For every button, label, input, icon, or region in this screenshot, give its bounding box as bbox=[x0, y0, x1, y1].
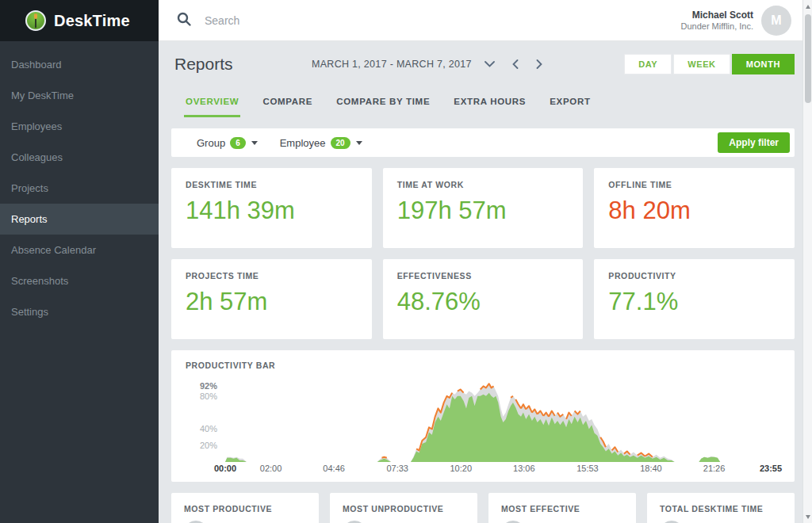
brand-logo[interactable]: DeskTime bbox=[0, 0, 159, 41]
stat-value: 8h 20m bbox=[608, 197, 780, 225]
employee-filter-dropdown[interactable]: Employee 20 bbox=[280, 137, 362, 149]
stat-label: PRODUCTIVITY bbox=[608, 271, 780, 281]
apply-filter-button[interactable]: Apply filter bbox=[718, 132, 790, 153]
chart-plot: 92%80%40%20% bbox=[225, 373, 771, 462]
stat-value: 141h 39m bbox=[186, 197, 358, 225]
prev-period-icon[interactable] bbox=[509, 56, 522, 72]
x-tick-label: 13:06 bbox=[513, 464, 535, 473]
leader-card-most-effective: MOST EFFECTIVEDDarryl Philbin bbox=[488, 493, 636, 523]
brand-name: DeskTime bbox=[54, 12, 130, 30]
sidebar-item-reports[interactable]: Reports bbox=[0, 204, 159, 235]
tab-export[interactable]: EXPORT bbox=[548, 90, 592, 117]
app-window: DeskTime DashboardMy DeskTimeEmployeesCo… bbox=[0, 0, 812, 523]
sidebar-nav: DashboardMy DeskTimeEmployeesColleaguesP… bbox=[0, 41, 159, 327]
content: Reports MARCH 1, 2017 - MARCH 7, 2017 DA… bbox=[159, 41, 812, 523]
date-zone: MARCH 1, 2017 - MARCH 7, 2017 bbox=[233, 56, 625, 72]
y-tick-label: 92% bbox=[200, 381, 217, 391]
main-column: Michael Scott Dunder Mifflin, Inc. M Rep… bbox=[159, 0, 812, 523]
leader-label: MOST PRODUCTIVE bbox=[184, 504, 306, 513]
user-avatar[interactable]: M bbox=[761, 6, 791, 36]
stat-card-effectiveness: EFFECTIVENESS48.76% bbox=[383, 259, 584, 339]
chevron-down-icon[interactable] bbox=[481, 58, 498, 71]
group-count-badge: 6 bbox=[230, 137, 246, 149]
next-period-icon[interactable] bbox=[533, 56, 546, 72]
caret-down-icon bbox=[251, 141, 258, 145]
topbar: Michael Scott Dunder Mifflin, Inc. M bbox=[159, 0, 812, 41]
report-tabs: OVERVIEWCOMPARECOMPARE BY TIMEEXTRA HOUR… bbox=[171, 90, 795, 117]
user-name: Michael Scott bbox=[680, 10, 753, 21]
sidebar-item-projects[interactable]: Projects bbox=[0, 173, 159, 204]
stat-card-desktime-time: DESKTIME TIME141h 39m bbox=[171, 168, 372, 248]
user-info: Michael Scott Dunder Mifflin, Inc. bbox=[680, 10, 753, 31]
filter-bar: Group 6 Employee 20 Apply filter bbox=[171, 128, 795, 157]
employee-count-badge: 20 bbox=[331, 137, 350, 149]
stat-label: PROJECTS TIME bbox=[186, 271, 358, 281]
x-tick-label: 10:20 bbox=[450, 464, 472, 473]
sidebar-item-my-desktime[interactable]: My DeskTime bbox=[0, 80, 159, 111]
x-tick-label: 07:33 bbox=[386, 464, 408, 473]
stat-card-time-at-work: TIME AT WORK197h 57m bbox=[383, 168, 584, 248]
view-button-month[interactable]: MONTH bbox=[732, 54, 795, 74]
search-icon[interactable] bbox=[176, 11, 192, 30]
stat-value: 48.76% bbox=[397, 288, 569, 316]
y-tick-label: 80% bbox=[200, 391, 217, 401]
stats-grid: DESKTIME TIME141h 39mTIME AT WORK197h 57… bbox=[171, 168, 795, 339]
search-input[interactable] bbox=[205, 14, 442, 27]
y-tick-label: 20% bbox=[200, 441, 217, 450]
leader-label: MOST UNPRODUCTIVE bbox=[343, 504, 465, 513]
chart-x-axis: 00:0002:0004:4607:3310:2013:0615:5318:40… bbox=[225, 462, 771, 476]
leader-card-total-desktime-time: TOTAL DESKTIME TIMEMMeredith Palmer bbox=[647, 493, 795, 523]
tab-extra-hours[interactable]: EXTRA HOURS bbox=[452, 90, 527, 117]
view-button-day[interactable]: DAY bbox=[624, 54, 672, 74]
leaders-grid: MOST PRODUCTIVEDDarryl PhilbinMOST UNPRO… bbox=[171, 493, 795, 523]
stat-card-projects-time: PROJECTS TIME2h 57m bbox=[171, 259, 372, 339]
group-filter-label: Group bbox=[197, 137, 225, 149]
sidebar-item-dashboard[interactable]: Dashboard bbox=[0, 49, 159, 80]
stat-card-productivity: PRODUCTIVITY77.1% bbox=[594, 259, 795, 339]
scroll-down-icon[interactable] bbox=[803, 511, 812, 522]
user-company: Dunder Mifflin, Inc. bbox=[680, 21, 753, 31]
leader-card-most-productive: MOST PRODUCTIVEDDarryl Philbin bbox=[171, 493, 319, 523]
stat-label: DESKTIME TIME bbox=[186, 180, 358, 189]
x-tick-label: 21:26 bbox=[703, 464, 726, 473]
stat-label: OFFLINE TIME bbox=[608, 180, 780, 189]
date-range-label[interactable]: MARCH 1, 2017 - MARCH 7, 2017 bbox=[312, 59, 472, 70]
sidebar-item-absence-calendar[interactable]: Absence Calendar bbox=[0, 235, 159, 265]
page-header: Reports MARCH 1, 2017 - MARCH 7, 2017 DA… bbox=[171, 41, 795, 87]
scrollbar-thumb[interactable] bbox=[805, 14, 811, 103]
stat-value: 197h 57m bbox=[397, 197, 569, 225]
y-tick-label: 40% bbox=[200, 424, 217, 433]
view-switch: DAYWEEKMONTH bbox=[624, 54, 795, 74]
stat-value: 77.1% bbox=[608, 288, 780, 316]
view-button-week[interactable]: WEEK bbox=[673, 54, 730, 74]
x-tick-label: 23:55 bbox=[760, 464, 782, 473]
productivity-area-chart bbox=[225, 380, 771, 462]
page-title: Reports bbox=[171, 55, 233, 74]
tab-overview[interactable]: OVERVIEW bbox=[184, 90, 240, 117]
vertical-scrollbar[interactable] bbox=[802, 0, 812, 523]
tab-compare-by-time[interactable]: COMPARE BY TIME bbox=[335, 90, 431, 117]
x-tick-label: 18:40 bbox=[640, 464, 662, 473]
group-filter-dropdown[interactable]: Group 6 bbox=[197, 137, 258, 149]
leader-label: MOST EFFECTIVE bbox=[501, 504, 623, 513]
sidebar: DeskTime DashboardMy DeskTimeEmployeesCo… bbox=[0, 0, 159, 523]
x-tick-label: 02:00 bbox=[260, 464, 282, 473]
stat-value: 2h 57m bbox=[186, 288, 358, 316]
stat-card-offline-time: OFFLINE TIME8h 20m bbox=[594, 168, 795, 248]
chart-title: PRODUCTIVITY BAR bbox=[186, 361, 780, 370]
sidebar-item-screenshots[interactable]: Screenshots bbox=[0, 265, 159, 296]
stat-label: TIME AT WORK bbox=[397, 180, 569, 189]
x-tick-label: 15:53 bbox=[576, 464, 599, 473]
user-menu[interactable]: Michael Scott Dunder Mifflin, Inc. M bbox=[680, 6, 791, 36]
sidebar-item-employees[interactable]: Employees bbox=[0, 111, 159, 142]
employee-filter-label: Employee bbox=[280, 137, 326, 149]
search-bar bbox=[176, 11, 680, 30]
x-tick-label: 04:46 bbox=[323, 464, 345, 473]
sidebar-item-settings[interactable]: Settings bbox=[0, 296, 159, 327]
tab-compare[interactable]: COMPARE bbox=[261, 90, 314, 117]
desktime-gauge-icon bbox=[25, 10, 46, 31]
x-tick-label: 00:00 bbox=[214, 464, 236, 473]
sidebar-item-colleagues[interactable]: Colleagues bbox=[0, 142, 159, 173]
scroll-up-icon[interactable] bbox=[803, 1, 812, 12]
caret-down-icon bbox=[356, 141, 362, 145]
